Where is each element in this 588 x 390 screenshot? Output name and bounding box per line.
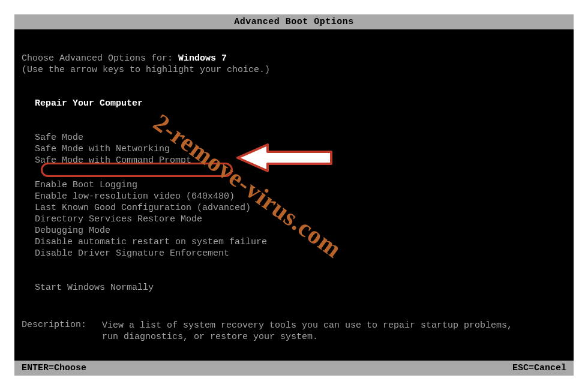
menu-item-debugging[interactable]: Debugging Mode xyxy=(35,225,566,236)
menu-item-safe-mode-command-prompt[interactable]: Safe Mode with Command Prompt xyxy=(35,155,566,166)
choose-line: Choose Advanced Options for: Windows 7 xyxy=(22,53,566,64)
choose-prefix: Choose Advanced Options for: xyxy=(22,53,178,64)
menu-item-boot-logging[interactable]: Enable Boot Logging xyxy=(35,179,566,191)
os-name: Windows 7 xyxy=(178,53,227,64)
menu-group-1: Repair Your Computer xyxy=(35,98,566,109)
menu-group-4: Start Windows Normally xyxy=(35,282,566,293)
menu-item-directory-services[interactable]: Directory Services Restore Mode xyxy=(35,214,566,225)
menu-group-2: Safe Mode Safe Mode with Networking Safe… xyxy=(35,132,566,166)
footer-enter: ENTER=Choose xyxy=(22,363,86,373)
menu-item-safe-mode-networking[interactable]: Safe Mode with Networking xyxy=(35,143,566,155)
menu-item-low-res[interactable]: Enable low-resolution video (640x480) xyxy=(35,191,566,202)
description-label: Description: xyxy=(22,320,102,343)
menu-item-disable-auto-restart[interactable]: Disable automatic restart on system fail… xyxy=(35,236,566,248)
menu-group-3: Enable Boot Logging Enable low-resolutio… xyxy=(35,179,566,259)
boot-screen: Advanced Boot Options Choose Advanced Op… xyxy=(14,14,574,376)
title-bar: Advanced Boot Options xyxy=(14,14,574,29)
menu-item-start-normally[interactable]: Start Windows Normally xyxy=(35,282,566,293)
menu-item-last-known-good[interactable]: Last Known Good Configuration (advanced) xyxy=(35,202,566,214)
content-area: Choose Advanced Options for: Windows 7 (… xyxy=(14,29,574,350)
description-row: Description: View a list of system recov… xyxy=(22,320,566,343)
menu-item-repair[interactable]: Repair Your Computer xyxy=(35,98,566,109)
footer-esc: ESC=Cancel xyxy=(512,363,566,373)
hint-line: (Use the arrow keys to highlight your ch… xyxy=(22,65,566,75)
description-text: View a list of system recovery tools you… xyxy=(102,320,522,343)
footer-bar: ENTER=Choose ESC=Cancel xyxy=(14,361,574,376)
menu-item-safe-mode[interactable]: Safe Mode xyxy=(35,132,566,143)
screen-title: Advanced Boot Options xyxy=(234,17,354,27)
menu-item-disable-driver-signature[interactable]: Disable Driver Signature Enforcement xyxy=(35,248,566,259)
